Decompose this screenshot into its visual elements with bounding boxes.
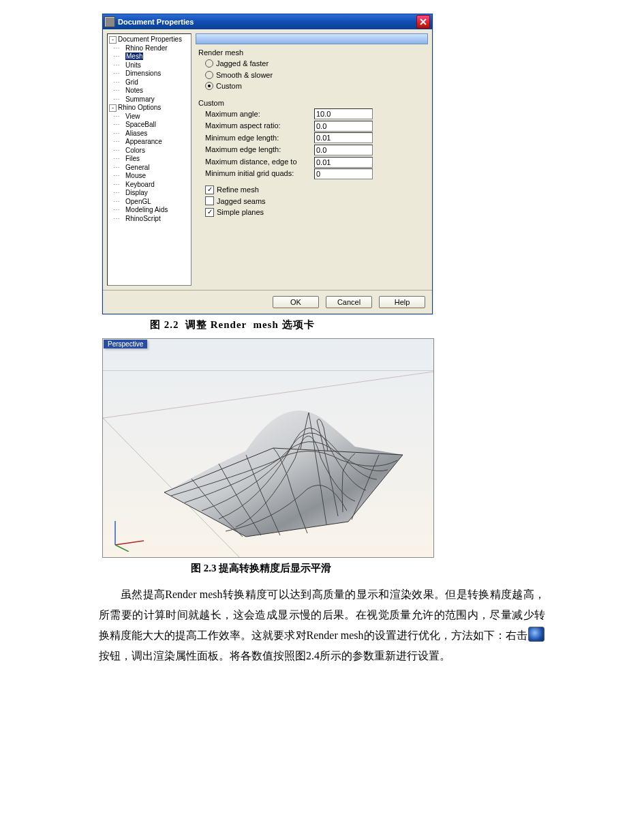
tree-item-files[interactable]: ⋯Files (108, 155, 191, 164)
svg-line-4 (115, 545, 129, 552)
app-icon (104, 16, 115, 27)
body-paragraph: 虽然提高Render mesh转换精度可以达到高质量的显示和渲染效果。但是转换精… (99, 584, 545, 666)
svg-line-0 (103, 372, 433, 418)
tree-item-spaceball[interactable]: ⋯SpaceBall (108, 121, 191, 130)
custom-heading: Custom (198, 99, 425, 107)
field-max-angle: Maximum angle: (205, 108, 425, 121)
cancel-button[interactable]: Cancel (326, 296, 372, 308)
tree-node-rhino-options[interactable]: -Rhino Options (108, 104, 191, 113)
tree-item-dimensions[interactable]: ⋯Dimensions (108, 70, 191, 78)
render-mesh-heading: Render mesh (198, 48, 425, 57)
checkbox-icon: ✓ (205, 208, 214, 217)
close-button[interactable] (416, 15, 430, 29)
radio-icon (205, 71, 213, 79)
input-max-aspect[interactable] (314, 121, 373, 132)
dialog-title: Document Properties (118, 18, 194, 26)
tree-item-view[interactable]: ⋯View (108, 113, 191, 121)
figure-caption-2-3: 图 2.3 提高转换精度后显示平滑 (191, 562, 644, 575)
close-icon (420, 18, 427, 25)
tree-item-display[interactable]: ⋯Display (108, 189, 191, 198)
check-simple-planes[interactable]: ✓ Simple planes (205, 207, 425, 218)
tree-item-mesh[interactable]: ⋯Mesh (108, 53, 191, 61)
checkbox-icon (205, 196, 214, 205)
field-min-quads: Minimum initial grid quads: (205, 168, 425, 180)
radio-icon (205, 82, 213, 90)
field-max-aspect: Maximum aspect ratio: (205, 120, 425, 132)
input-min-quads[interactable] (314, 168, 373, 179)
input-max-angle[interactable] (314, 108, 373, 119)
field-max-edge: Maximum edge length: (205, 144, 425, 156)
tree-item-keyboard[interactable]: ⋯Keyboard (108, 181, 191, 190)
svg-line-3 (115, 541, 144, 545)
input-max-edge[interactable] (314, 145, 373, 155)
mesh-options-panel: Render mesh Jagged & faster Smooth & slo… (196, 33, 428, 286)
tree-item-appearance[interactable]: ⋯Appearance (108, 138, 191, 147)
tree-item-mouse[interactable]: ⋯Mouse (108, 172, 191, 181)
field-min-edge: Minimum edge length: (205, 132, 425, 145)
radio-smooth-slower[interactable]: Smooth & slower (205, 70, 425, 81)
tree-item-modeling-aids[interactable]: ⋯Modeling Aids (108, 206, 191, 215)
help-button[interactable]: Help (379, 296, 425, 308)
para-text-a: 虽然提高Render mesh转换精度可以达到高质量的显示和渲染效果。但是转换精… (99, 589, 545, 641)
dialog-titlebar: Document Properties (103, 14, 432, 29)
perspective-viewport: Perspective (102, 338, 434, 558)
collapse-icon[interactable]: - (109, 36, 117, 44)
tree-node-docprops[interactable]: -Document Properties (108, 35, 191, 44)
viewport-axes-icon (108, 511, 149, 552)
tree-item-opengl[interactable]: ⋯OpenGL (108, 198, 191, 207)
dialog-document-properties: Document Properties -Document Properties… (102, 14, 433, 314)
checkbox-icon: ✓ (205, 185, 214, 194)
tree-root-label: Document Properties (118, 35, 182, 43)
input-min-edge[interactable] (314, 132, 373, 143)
tree-item-rhino-render[interactable]: ⋯Rhino Render (108, 44, 191, 53)
header-gradient-bar (196, 33, 428, 44)
tree-root-label: Rhino Options (118, 104, 161, 111)
tree-item-summary[interactable]: ⋯Summary (108, 95, 191, 104)
tree-item-rhinoscript[interactable]: ⋯RhinoScript (108, 215, 191, 224)
tree-item-colors[interactable]: ⋯Colors (108, 147, 191, 155)
options-tree[interactable]: -Document Properties ⋯Rhino Render ⋯Mesh… (107, 33, 191, 286)
check-jagged-seams[interactable]: Jagged seams (205, 196, 425, 207)
mesh-surface (103, 339, 433, 557)
radio-icon (205, 59, 213, 68)
tree-item-aliases[interactable]: ⋯Aliases (108, 130, 191, 138)
tree-item-grid[interactable]: ⋯Grid (108, 78, 191, 87)
collapse-icon[interactable]: - (109, 104, 117, 112)
ok-button[interactable]: OK (273, 296, 319, 308)
check-refine-mesh[interactable]: ✓ Refine mesh (205, 184, 425, 196)
radio-jagged-faster[interactable]: Jagged & faster (205, 58, 425, 70)
field-max-dist: Maximum distance, edge to (205, 156, 425, 168)
input-max-dist[interactable] (314, 157, 373, 168)
tree-item-units[interactable]: ⋯Units (108, 61, 191, 70)
tree-item-general[interactable]: ⋯General (108, 164, 191, 173)
tree-item-notes[interactable]: ⋯Notes (108, 87, 191, 95)
dialog-button-bar: OK Cancel Help (103, 290, 432, 314)
radio-custom[interactable]: Custom (205, 80, 425, 92)
para-text-b: 按钮，调出渲染属性面板。将各数值按照图2.4所示的参数重新进行设置。 (99, 650, 450, 661)
figure-caption-2-2: 图 2.2 调整 Render mesh 选项卡 (150, 318, 644, 331)
render-sphere-icon (528, 627, 545, 642)
